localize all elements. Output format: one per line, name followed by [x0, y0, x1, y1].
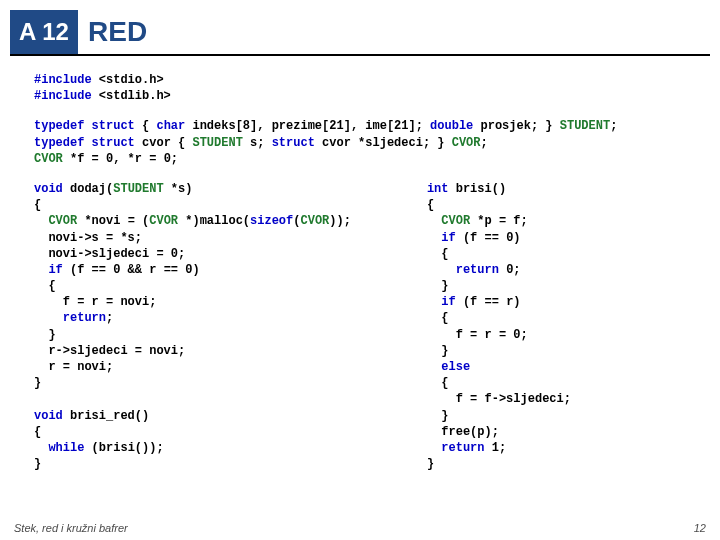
code-token: }	[427, 344, 449, 358]
slide-badge: A 12	[10, 10, 78, 54]
slide-footer: Stek, red i kružni bafrer 12	[14, 522, 706, 534]
code-token: novi->sljedeci = 0;	[34, 247, 185, 261]
code-token: {	[34, 279, 56, 293]
code-token	[427, 360, 441, 374]
code-token: return	[456, 263, 499, 277]
code-token: (brisi());	[84, 441, 163, 455]
code-token: cvor {	[135, 136, 193, 150]
code-token: CVOR	[34, 152, 63, 166]
code-token: else	[441, 360, 470, 374]
code-token: CVOR	[452, 136, 481, 150]
code-token: {	[427, 247, 449, 261]
code-token: }	[34, 457, 41, 471]
code-token: if	[441, 295, 455, 309]
code-token: {	[427, 311, 449, 325]
includes: #include <stdio.h> #include <stdlib.h>	[34, 72, 686, 104]
code-token: ;	[106, 311, 113, 325]
code-token: char	[156, 119, 185, 133]
code-token: r = novi;	[34, 360, 113, 374]
code-token: CVOR	[149, 214, 178, 228]
code-token: (f == r)	[456, 295, 521, 309]
code-token: (f == 0 && r == 0)	[63, 263, 200, 277]
typedefs: typedef struct { char indeks[8], prezime…	[34, 118, 686, 167]
code-token: CVOR	[48, 214, 77, 228]
code-token: sizeof	[250, 214, 293, 228]
code-token: cvor *sljedeci; }	[315, 136, 452, 150]
code-token: CVOR	[441, 214, 470, 228]
code-token: if	[441, 231, 455, 245]
code-column-right: int brisi() { CVOR *p = f; if (f == 0) {…	[427, 181, 571, 472]
code-token: *)malloc(	[178, 214, 250, 228]
code-token: novi->s = *s;	[34, 231, 142, 245]
code-token: brisi()	[449, 182, 507, 196]
slide-title: RED	[78, 10, 147, 54]
code-token: {	[135, 119, 157, 133]
code-token: if	[48, 263, 62, 277]
code-token: r->sljedeci = novi;	[34, 344, 185, 358]
code-token: return	[441, 441, 484, 455]
code-token: dodaj(	[63, 182, 113, 196]
code-token: *s)	[164, 182, 193, 196]
code-token: while	[48, 441, 84, 455]
code-token: indeks[8], prezime[21], ime[21];	[185, 119, 430, 133]
code-token: brisi_red()	[63, 409, 149, 423]
code-token: struct	[272, 136, 315, 150]
code-token: {	[34, 198, 41, 212]
code-token: void	[34, 182, 63, 196]
code-token: s;	[243, 136, 272, 150]
code-token	[427, 441, 441, 455]
code-token: free(p);	[427, 425, 499, 439]
code-token: 1;	[485, 441, 507, 455]
page-number: 12	[694, 522, 706, 534]
code-token: <stdlib.h>	[99, 89, 171, 103]
code-token	[34, 263, 48, 277]
code-token: f = f->sljedeci;	[427, 392, 571, 406]
code-token: #include	[34, 89, 92, 103]
code-token: }	[427, 409, 449, 423]
code-token: void	[34, 409, 63, 423]
code-token: ;	[610, 119, 617, 133]
code-token: int	[427, 182, 449, 196]
code-token: return	[63, 311, 106, 325]
code-token: STUDENT	[113, 182, 163, 196]
footer-text: Stek, red i kružni bafrer	[14, 522, 128, 534]
code-token: typedef struct	[34, 119, 135, 133]
code-token	[34, 311, 63, 325]
slide-header: A 12 RED	[10, 10, 710, 56]
code-token: {	[34, 425, 41, 439]
code-token: }	[427, 457, 434, 471]
code-token	[427, 263, 456, 277]
code-token: {	[427, 198, 434, 212]
code-token: ;	[481, 136, 488, 150]
code-token	[427, 295, 441, 309]
code-token: }	[34, 328, 56, 342]
code-token: (f == 0)	[456, 231, 521, 245]
code-token: }	[34, 376, 41, 390]
code-token: ));	[329, 214, 351, 228]
code-token: typedef struct	[34, 136, 135, 150]
code-token: prosjek; }	[473, 119, 559, 133]
code-token: STUDENT	[560, 119, 610, 133]
code-token: 0;	[499, 263, 521, 277]
code-token: #include	[34, 73, 92, 87]
code-token: }	[427, 279, 449, 293]
code-token: double	[430, 119, 473, 133]
code-token: <stdio.h>	[99, 73, 164, 87]
code-token: *f = 0, *r = 0;	[63, 152, 178, 166]
code-token: STUDENT	[192, 136, 242, 150]
code-token: *novi = (	[77, 214, 149, 228]
code-token: f = r = 0;	[427, 328, 528, 342]
code-column-left: void dodaj(STUDENT *s) { CVOR *novi = (C…	[34, 181, 351, 472]
code-token: CVOR	[300, 214, 329, 228]
code-token	[427, 231, 441, 245]
code-token	[34, 441, 48, 455]
code-token: *p = f;	[470, 214, 528, 228]
code-block: #include <stdio.h> #include <stdlib.h> t…	[0, 56, 720, 472]
code-token: {	[427, 376, 449, 390]
code-token: f = r = novi;	[34, 295, 156, 309]
code-columns: void dodaj(STUDENT *s) { CVOR *novi = (C…	[34, 181, 686, 472]
